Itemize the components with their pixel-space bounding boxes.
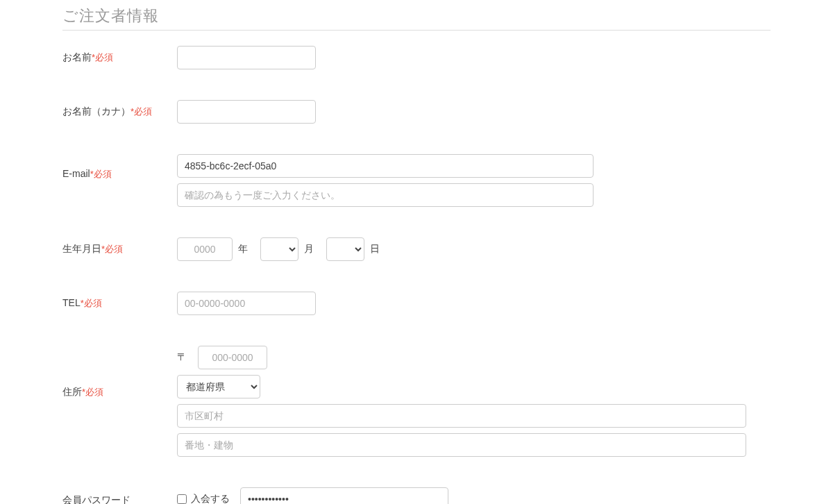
- label-email-text: E-mail: [62, 168, 90, 179]
- email-confirm-input[interactable]: [177, 183, 594, 207]
- required-mark: *必須: [131, 106, 152, 117]
- required-mark: *必須: [81, 298, 102, 308]
- row-password: 会員パスワード 入会する 入会をご希望の場合は、半角英数字 ﾊｲﾌﾝ ｱｯﾄﾏｰ…: [62, 472, 771, 504]
- label-tel-text: TEL: [62, 297, 81, 308]
- row-name: お名前*必須: [62, 31, 771, 85]
- label-address-text: 住所: [62, 386, 82, 397]
- required-mark: *必須: [92, 52, 113, 62]
- label-name-kana: お名前（カナ）*必須: [62, 100, 177, 118]
- email-input[interactable]: [177, 154, 594, 178]
- label-birthdate: 生年月日*必須: [62, 237, 177, 255]
- required-mark: *必須: [101, 244, 123, 254]
- tel-input[interactable]: [177, 292, 316, 315]
- zip-input[interactable]: [198, 346, 267, 369]
- required-mark: *必須: [82, 387, 103, 397]
- label-tel: TEL*必須: [62, 292, 177, 310]
- birth-month-select[interactable]: [260, 237, 298, 261]
- label-birthdate-text: 生年月日: [62, 243, 101, 254]
- birth-day-select[interactable]: [326, 237, 364, 261]
- month-unit: 月: [304, 243, 314, 255]
- birth-year-input[interactable]: [177, 237, 233, 261]
- year-unit: 年: [238, 243, 248, 255]
- name-input[interactable]: [177, 46, 316, 69]
- row-birthdate: 生年月日*必須 年 月 日: [62, 222, 771, 276]
- label-name: お名前*必須: [62, 46, 177, 64]
- join-checkbox[interactable]: [177, 494, 187, 504]
- section-title: ご注文者情報: [62, 0, 771, 31]
- city-input[interactable]: [177, 404, 746, 428]
- row-address: 住所*必須 〒 都道府県: [62, 330, 771, 472]
- label-name-text: お名前: [62, 51, 92, 62]
- label-password: 会員パスワード: [62, 487, 177, 504]
- label-name-kana-text: お名前（カナ）: [62, 106, 131, 117]
- label-password-text: 会員パスワード: [62, 494, 131, 504]
- join-label: 入会する: [191, 493, 230, 504]
- postal-symbol: 〒: [177, 351, 187, 364]
- row-tel: TEL*必須: [62, 276, 771, 330]
- label-email: E-mail*必須: [62, 154, 177, 180]
- prefecture-select[interactable]: 都道府県: [177, 375, 260, 398]
- street-input[interactable]: [177, 433, 746, 457]
- name-kana-input[interactable]: [177, 100, 316, 124]
- required-mark: *必須: [90, 169, 112, 179]
- password-input[interactable]: [240, 487, 448, 504]
- row-name-kana: お名前（カナ）*必須: [62, 85, 771, 139]
- day-unit: 日: [370, 243, 380, 255]
- row-email: E-mail*必須: [62, 139, 771, 222]
- label-address: 住所*必須: [62, 346, 177, 398]
